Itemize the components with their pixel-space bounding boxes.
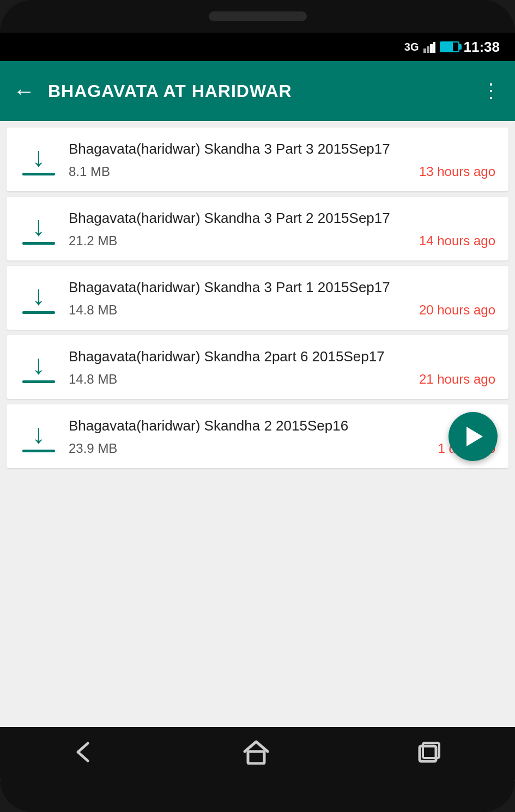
item-title: Bhagavata(haridwar) Skandha 3 Part 1 201… xyxy=(69,278,495,297)
download-bar xyxy=(22,311,55,314)
app-bar: ← BHAGAVATA AT HARIDWAR ⋮ xyxy=(0,61,515,121)
download-arrow-icon: ↓ xyxy=(32,143,46,171)
status-bar: 3G 11:38 xyxy=(0,33,515,61)
phone-shell: 3G 11:38 ← BHAGAVATA AT HARIDWAR ⋮ xyxy=(0,0,515,812)
item-size: 21.2 MB xyxy=(69,233,117,249)
download-icon-wrap: ↓ xyxy=(20,213,58,245)
download-bar xyxy=(22,450,55,452)
more-button[interactable]: ⋮ xyxy=(481,86,502,96)
item-size: 14.8 MB xyxy=(69,372,117,387)
bottom-nav xyxy=(0,727,515,781)
play-icon xyxy=(466,427,483,446)
download-bar xyxy=(22,242,55,245)
svg-rect-4 xyxy=(248,752,264,763)
item-info: Bhagavata(haridwar) Skandha 3 Part 2 201… xyxy=(69,209,495,249)
item-title: Bhagavata(haridwar) Skandha 2 2015Sep16 xyxy=(69,416,495,435)
item-meta: 14.8 MB 21 hours ago xyxy=(69,372,495,387)
svg-rect-2 xyxy=(430,44,433,53)
content-list: ↓ Bhagavata(haridwar) Skandha 3 Part 3 2… xyxy=(0,121,515,727)
item-meta: 21.2 MB 14 hours ago xyxy=(69,233,495,249)
svg-rect-0 xyxy=(423,49,426,53)
notch-bar xyxy=(0,0,515,33)
back-button[interactable]: ← xyxy=(13,80,35,102)
signal-bars-icon xyxy=(423,41,435,53)
item-size: 8.1 MB xyxy=(69,164,110,179)
recents-nav-button[interactable] xyxy=(415,740,443,769)
download-arrow-icon: ↓ xyxy=(32,282,46,309)
download-arrow-icon: ↓ xyxy=(32,420,46,447)
item-meta: 8.1 MB 13 hours ago xyxy=(69,164,495,179)
item-time: 21 hours ago xyxy=(419,372,495,387)
download-icon-wrap: ↓ xyxy=(20,351,58,383)
item-title: Bhagavata(haridwar) Skandha 2part 6 2015… xyxy=(69,347,495,366)
home-nav-button[interactable] xyxy=(243,740,270,769)
svg-rect-1 xyxy=(427,46,429,53)
list-item[interactable]: ↓ Bhagavata(haridwar) Skandha 2part 6 20… xyxy=(7,335,508,399)
battery-icon xyxy=(440,41,459,52)
app-title: BHAGAVATA AT HARIDWAR xyxy=(48,81,468,101)
back-nav-button[interactable] xyxy=(72,741,98,768)
screen: 3G 11:38 ← BHAGAVATA AT HARIDWAR ⋮ xyxy=(0,33,515,781)
download-bar xyxy=(22,380,55,383)
play-button[interactable] xyxy=(449,412,498,461)
item-size: 14.8 MB xyxy=(69,302,117,318)
item-time: 13 hours ago xyxy=(419,164,495,179)
item-meta: 14.8 MB 20 hours ago xyxy=(69,302,495,318)
network-indicator: 3G xyxy=(404,41,419,53)
item-title: Bhagavata(haridwar) Skandha 3 Part 3 201… xyxy=(69,140,495,159)
download-icon-wrap: ↓ xyxy=(20,143,58,175)
item-title: Bhagavata(haridwar) Skandha 3 Part 2 201… xyxy=(69,209,495,228)
speaker xyxy=(209,11,307,21)
phone-bottom-bar xyxy=(0,781,515,812)
download-icon-wrap: ↓ xyxy=(20,282,58,314)
download-bar xyxy=(22,173,55,175)
svg-rect-3 xyxy=(433,42,435,53)
status-time: 11:38 xyxy=(464,39,500,56)
item-time: 14 hours ago xyxy=(419,233,495,249)
status-icons: 3G 11:38 xyxy=(404,39,500,56)
item-meta: 23.9 MB 1 day ago xyxy=(69,441,495,456)
download-arrow-icon: ↓ xyxy=(32,213,46,240)
item-size: 23.9 MB xyxy=(69,441,117,456)
item-info: Bhagavata(haridwar) Skandha 2 2015Sep16 … xyxy=(69,416,495,456)
item-info: Bhagavata(haridwar) Skandha 3 Part 3 201… xyxy=(69,140,495,179)
download-icon-wrap: ↓ xyxy=(20,420,58,452)
list-item[interactable]: ↓ Bhagavata(haridwar) Skandha 2 2015Sep1… xyxy=(7,404,508,468)
download-arrow-icon: ↓ xyxy=(32,351,46,378)
list-item[interactable]: ↓ Bhagavata(haridwar) Skandha 3 Part 3 2… xyxy=(7,128,508,191)
item-info: Bhagavata(haridwar) Skandha 2part 6 2015… xyxy=(69,347,495,387)
item-time: 20 hours ago xyxy=(419,302,495,318)
list-item[interactable]: ↓ Bhagavata(haridwar) Skandha 3 Part 2 2… xyxy=(7,197,508,260)
list-item[interactable]: ↓ Bhagavata(haridwar) Skandha 3 Part 1 2… xyxy=(7,266,508,330)
item-info: Bhagavata(haridwar) Skandha 3 Part 1 201… xyxy=(69,278,495,318)
